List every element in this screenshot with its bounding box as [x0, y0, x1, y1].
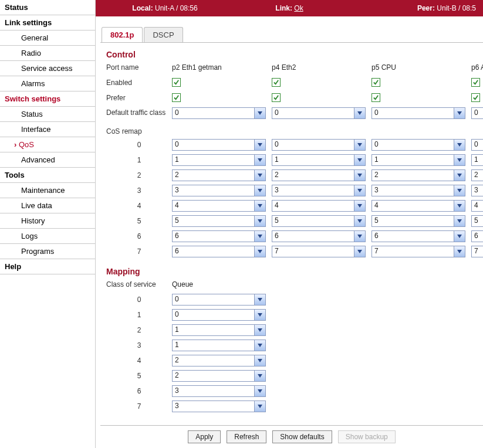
cos-remap-dd-2-6[interactable]: 6: [371, 230, 465, 242]
chevron-down-icon[interactable]: [354, 108, 365, 118]
chevron-down-icon[interactable]: [254, 371, 265, 381]
cos-remap-dd-2-7[interactable]: 7: [371, 246, 465, 257]
cos-remap-dd-3-3[interactable]: 3: [471, 185, 483, 196]
cos-remap-dd-1-3[interactable]: 3: [272, 185, 366, 196]
chevron-down-icon[interactable]: [254, 386, 265, 396]
cos-remap-dd-0-4[interactable]: 4: [172, 200, 266, 212]
default-traffic-dd-3[interactable]: 0: [471, 107, 483, 119]
chevron-down-icon[interactable]: [254, 216, 265, 226]
sidebar-item-logs[interactable]: Logs: [0, 229, 95, 244]
row-prefer-checkbox-1[interactable]: [272, 93, 281, 102]
row-enabled-checkbox-0[interactable]: [172, 78, 181, 87]
chevron-down-icon[interactable]: [354, 155, 365, 165]
row-prefer-checkbox-0[interactable]: [172, 93, 181, 102]
row-prefer-checkbox-2[interactable]: [371, 93, 380, 102]
chevron-down-icon[interactable]: [254, 201, 265, 211]
sidebar-item-status[interactable]: Status: [0, 107, 95, 122]
chevron-down-icon[interactable]: [254, 246, 265, 257]
apply-button[interactable]: Apply: [188, 430, 221, 443]
chevron-down-icon[interactable]: [254, 355, 265, 366]
cos-remap-dd-1-1[interactable]: 1: [272, 154, 366, 166]
chevron-down-icon[interactable]: [454, 185, 465, 196]
sidebar-item-alarms[interactable]: Alarms: [0, 76, 95, 91]
chevron-down-icon[interactable]: [254, 401, 265, 412]
cos-remap-dd-2-1[interactable]: 1: [371, 154, 465, 166]
row-enabled-checkbox-2[interactable]: [371, 78, 380, 87]
sidebar-item-interface[interactable]: Interface: [0, 122, 95, 137]
show-defaults-button[interactable]: Show defaults: [272, 430, 332, 443]
row-enabled-checkbox-3[interactable]: [471, 78, 480, 87]
chevron-down-icon[interactable]: [354, 231, 365, 242]
chevron-down-icon[interactable]: [454, 155, 465, 165]
cos-remap-dd-0-0[interactable]: 0: [172, 139, 266, 151]
cos-remap-dd-1-0[interactable]: 0: [272, 139, 366, 151]
link-value[interactable]: Ok: [294, 4, 303, 12]
row-prefer-checkbox-3[interactable]: [471, 93, 480, 102]
cos-remap-dd-3-5[interactable]: 5: [471, 215, 483, 227]
mapping-queue-dd-6[interactable]: 3: [172, 385, 266, 397]
cos-remap-dd-3-6[interactable]: 6: [471, 230, 483, 242]
sidebar-item-advanced[interactable]: Advanced: [0, 152, 95, 168]
cos-remap-dd-1-7[interactable]: 7: [272, 246, 366, 257]
chevron-down-icon[interactable]: [254, 108, 265, 118]
chevron-down-icon[interactable]: [454, 216, 465, 226]
sidebar-item-tools[interactable]: Tools: [0, 168, 95, 183]
tab-8021p[interactable]: 802.1p: [102, 27, 143, 42]
cos-remap-dd-3-7[interactable]: 7: [471, 246, 483, 257]
chevron-down-icon[interactable]: [454, 201, 465, 211]
sidebar-item-link-settings[interactable]: Link settings: [0, 15, 95, 30]
sidebar-item-maintenance[interactable]: Maintenance: [0, 183, 95, 198]
cos-remap-dd-0-6[interactable]: 6: [172, 230, 266, 242]
cos-remap-dd-1-6[interactable]: 6: [272, 230, 366, 242]
cos-remap-dd-0-1[interactable]: 1: [172, 154, 266, 166]
cos-remap-dd-3-1[interactable]: 1: [471, 154, 483, 166]
cos-remap-dd-3-2[interactable]: 2: [471, 169, 483, 181]
mapping-queue-dd-5[interactable]: 2: [172, 370, 266, 382]
mapping-queue-dd-1[interactable]: 0: [172, 309, 266, 321]
cos-remap-dd-2-2[interactable]: 2: [371, 169, 465, 181]
mapping-queue-dd-0[interactable]: 0: [172, 294, 266, 306]
chevron-down-icon[interactable]: [254, 231, 265, 242]
chevron-down-icon[interactable]: [454, 231, 465, 242]
tab-dscp[interactable]: DSCP: [144, 27, 183, 42]
chevron-down-icon[interactable]: [454, 140, 465, 150]
chevron-down-icon[interactable]: [254, 185, 265, 196]
sidebar-item-live-data[interactable]: Live data: [0, 198, 95, 213]
cos-remap-dd-3-0[interactable]: 0: [471, 139, 483, 151]
default-traffic-dd-1[interactable]: 0: [272, 107, 366, 119]
cos-remap-dd-0-3[interactable]: 3: [172, 185, 266, 196]
refresh-button[interactable]: Refresh: [227, 430, 266, 443]
mapping-queue-dd-4[interactable]: 2: [172, 355, 266, 366]
cos-remap-dd-2-0[interactable]: 0: [371, 139, 465, 151]
cos-remap-dd-0-5[interactable]: 5: [172, 215, 266, 227]
mapping-queue-dd-3[interactable]: 1: [172, 340, 266, 351]
cos-remap-dd-1-5[interactable]: 5: [272, 215, 366, 227]
cos-remap-dd-2-3[interactable]: 3: [371, 185, 465, 196]
chevron-down-icon[interactable]: [354, 185, 365, 196]
chevron-down-icon[interactable]: [254, 340, 265, 351]
sidebar-item-switch-settings[interactable]: Switch settings: [0, 91, 95, 107]
mapping-queue-dd-2[interactable]: 1: [172, 324, 266, 336]
chevron-down-icon[interactable]: [254, 170, 265, 181]
chevron-down-icon[interactable]: [254, 294, 265, 305]
chevron-down-icon[interactable]: [254, 325, 265, 335]
mapping-queue-dd-7[interactable]: 3: [172, 401, 266, 412]
default-traffic-dd-2[interactable]: 0: [371, 107, 465, 119]
sidebar-item-programs[interactable]: Programs: [0, 244, 95, 259]
cos-remap-dd-0-2[interactable]: 2: [172, 169, 266, 181]
sidebar-item-help[interactable]: Help: [0, 259, 95, 274]
chevron-down-icon[interactable]: [254, 310, 265, 320]
cos-remap-dd-1-4[interactable]: 4: [272, 200, 366, 212]
chevron-down-icon[interactable]: [354, 170, 365, 181]
chevron-down-icon[interactable]: [454, 170, 465, 181]
sidebar-item-history[interactable]: History: [0, 213, 95, 229]
cos-remap-dd-2-5[interactable]: 5: [371, 215, 465, 227]
chevron-down-icon[interactable]: [354, 246, 365, 257]
sidebar-item-service-access[interactable]: Service access: [0, 61, 95, 76]
cos-remap-dd-2-4[interactable]: 4: [371, 200, 465, 212]
sidebar-item-qos[interactable]: QoS: [0, 137, 95, 152]
sidebar-item-status[interactable]: Status: [0, 0, 95, 15]
sidebar-item-radio[interactable]: Radio: [0, 46, 95, 61]
chevron-down-icon[interactable]: [354, 201, 365, 211]
chevron-down-icon[interactable]: [254, 155, 265, 165]
